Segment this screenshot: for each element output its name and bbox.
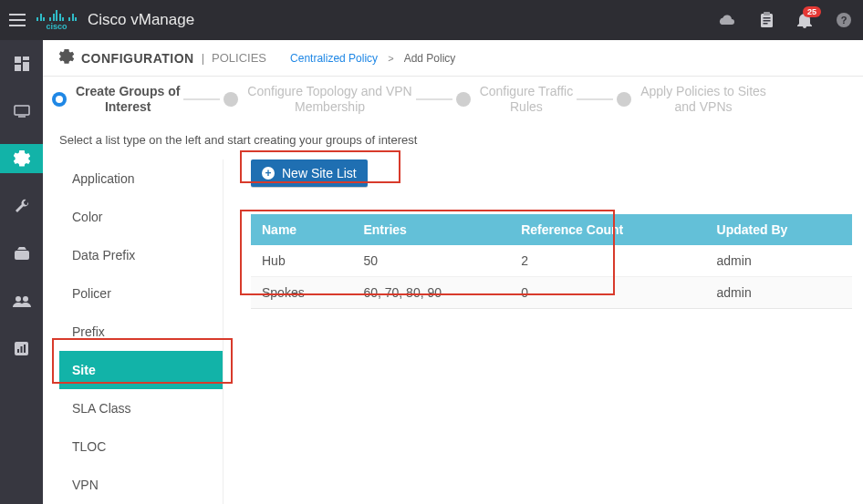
breadcrumb-current: Add Policy	[404, 52, 456, 65]
svg-rect-13	[15, 65, 21, 71]
step-label-line: Apply Policies to Sites	[640, 84, 766, 99]
cisco-logo-text: cisco	[36, 22, 77, 31]
step-connector	[183, 98, 220, 100]
cell-entries[interactable]: 60, 70, 80, 90	[352, 276, 510, 308]
cell-refcount: 0	[510, 276, 705, 308]
brand: cisco Cisco vManage	[36, 9, 194, 31]
list-type-sla-class[interactable]: SLA Class	[59, 389, 223, 427]
bell-icon[interactable]: 25	[797, 12, 812, 28]
table-row[interactable]: Hub 50 2 admin	[251, 245, 852, 277]
left-rail	[0, 40, 43, 504]
svg-rect-21	[24, 345, 26, 353]
topbar-icons: 25 ?	[718, 12, 852, 28]
app-title: Cisco vManage	[88, 11, 194, 29]
config-header: CONFIGURATION | POLICIES Centralized Pol…	[43, 40, 863, 77]
rail-monitor-icon[interactable]	[0, 97, 43, 126]
step-indicator	[224, 92, 238, 107]
plus-icon: +	[262, 167, 275, 180]
svg-rect-19	[17, 349, 19, 353]
new-button-label: New Site List	[282, 166, 357, 180]
notification-badge: 25	[803, 6, 821, 17]
site-list-table: Name Entries Reference Count Updated By …	[251, 214, 852, 309]
hint-text: Select a list type on the left and start…	[43, 124, 863, 159]
step-label: Apply Policies to Sites and VPNs	[640, 84, 766, 115]
cisco-logo: cisco	[36, 9, 77, 31]
cell-updated-by: admin	[706, 245, 852, 277]
step-label-line: Interest	[76, 99, 180, 115]
cell-name: Hub	[251, 245, 352, 277]
step-label-line: Membership	[247, 99, 411, 115]
new-site-list-button[interactable]: + New Site List	[251, 159, 368, 187]
svg-rect-6	[764, 20, 771, 22]
svg-text:?: ?	[841, 15, 847, 26]
rail-maintenance-icon[interactable]	[0, 239, 43, 268]
svg-rect-11	[23, 57, 29, 60]
list-type-color[interactable]: Color	[59, 198, 223, 236]
chevron-right-icon: >	[385, 53, 397, 64]
rail-configuration-icon[interactable]	[0, 144, 43, 173]
svg-rect-12	[23, 62, 29, 71]
list-type-tloc[interactable]: TLOC	[59, 427, 223, 466]
col-name[interactable]: Name	[251, 214, 352, 245]
list-type-vpn[interactable]: VPN	[59, 466, 223, 504]
header-separator: |	[202, 51, 204, 65]
cell-refcount: 2	[510, 245, 705, 277]
cloud-icon[interactable]	[718, 14, 736, 26]
list-type-sidebar: Application Color Data Prefix Policer Pr…	[59, 159, 224, 504]
svg-rect-20	[21, 346, 23, 353]
config-subsection: POLICIES	[212, 51, 266, 65]
step-label-line: and VPNs	[640, 99, 766, 115]
list-type-prefix[interactable]: Prefix	[59, 313, 223, 351]
clipboard-icon[interactable]	[760, 12, 774, 28]
breadcrumb-link[interactable]: Centralized Policy	[290, 52, 378, 65]
step-label-line: Rules	[480, 99, 573, 115]
table-row[interactable]: Spokes 60, 70, 80, 90 0 admin	[251, 276, 852, 308]
rail-analytics-icon[interactable]	[0, 334, 43, 363]
rail-tools-icon[interactable]	[0, 191, 43, 221]
col-updated-by[interactable]: Updated By	[706, 214, 852, 245]
menu-icon[interactable]	[9, 14, 26, 26]
svg-rect-7	[764, 23, 768, 25]
config-section: CONFIGURATION	[81, 51, 194, 66]
svg-rect-14	[15, 106, 29, 115]
step-label: Configure Topology and VPN Membership	[247, 84, 411, 115]
cell-name: Spokes	[251, 276, 352, 308]
help-icon[interactable]: ?	[836, 12, 852, 28]
main: CONFIGURATION | POLICIES Centralized Pol…	[43, 40, 863, 504]
svg-rect-10	[15, 57, 21, 63]
step-indicator-active	[52, 92, 67, 107]
step-label-line: Configure Topology and VPN	[247, 84, 411, 99]
list-type-data-prefix[interactable]: Data Prefix	[59, 236, 223, 274]
step-connector	[416, 98, 452, 100]
wizard-step-1[interactable]: Create Groups of Interest	[52, 84, 180, 115]
list-type-policer[interactable]: Policer	[59, 274, 223, 313]
top-bar: cisco Cisco vManage 25 ?	[0, 0, 863, 40]
table-header-row: Name Entries Reference Count Updated By	[251, 214, 852, 245]
svg-point-17	[23, 296, 28, 302]
list-type-application[interactable]: Application	[59, 159, 223, 198]
content-area: + New Site List Name Entries Reference C…	[234, 159, 863, 504]
svg-rect-4	[764, 12, 770, 15]
cell-entries[interactable]: 50	[352, 245, 510, 277]
wizard-step-3[interactable]: Configure Traffic Rules	[456, 84, 573, 115]
step-label: Configure Traffic Rules	[480, 84, 573, 115]
wizard-step-4[interactable]: Apply Policies to Sites and VPNs	[617, 84, 766, 115]
col-refcount[interactable]: Reference Count	[510, 214, 705, 245]
wizard-steps: Create Groups of Interest Configure Topo…	[43, 77, 863, 124]
gear-icon	[59, 49, 74, 67]
step-indicator	[617, 92, 631, 107]
step-indicator	[456, 92, 471, 107]
rail-dashboard-icon[interactable]	[0, 49, 43, 78]
cell-updated-by: admin	[706, 276, 852, 308]
list-type-site[interactable]: Site	[59, 351, 223, 389]
wizard-step-2[interactable]: Configure Topology and VPN Membership	[224, 84, 411, 115]
svg-rect-5	[764, 17, 771, 19]
rail-admin-icon[interactable]	[0, 286, 43, 315]
step-label-line: Configure Traffic	[480, 84, 573, 99]
step-label: Create Groups of Interest	[76, 84, 180, 115]
svg-point-16	[16, 296, 21, 302]
step-label-line: Create Groups of	[76, 84, 180, 99]
col-entries[interactable]: Entries	[352, 214, 510, 245]
step-connector	[577, 98, 613, 100]
